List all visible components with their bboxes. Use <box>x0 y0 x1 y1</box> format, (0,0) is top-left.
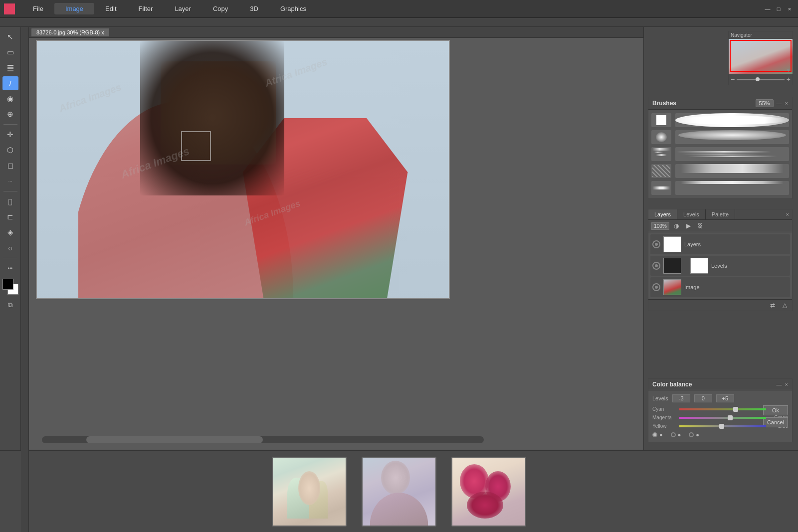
ellipse-tool[interactable]: ○ <box>2 241 18 255</box>
marquee-rect-tool[interactable]: ▭ <box>2 45 18 59</box>
cb-cancel-btn[interactable]: Cancel <box>763 417 788 427</box>
cb-radio-highlights[interactable]: ● <box>689 432 699 438</box>
app-icon <box>4 3 15 14</box>
brush-row-3[interactable] <box>651 147 789 162</box>
cb-radio-shadows[interactable]: ● <box>652 432 663 438</box>
brush-bar-2 <box>675 130 789 144</box>
shape-tool[interactable]: ⌷ <box>2 194 18 208</box>
nav-zoom-slider[interactable] <box>737 79 785 80</box>
brush-tool[interactable]: / <box>2 76 18 90</box>
lasso-tool[interactable]: ⬡ <box>2 143 18 157</box>
layer-link-btn[interactable]: ⛓ <box>695 221 705 230</box>
layer-arrange-btn[interactable]: ⇄ <box>768 301 777 309</box>
nav-slider-thumb <box>756 77 760 81</box>
menu-copy[interactable]: Copy <box>202 3 239 14</box>
cb-level-1[interactable] <box>672 394 690 402</box>
zoom-tool[interactable]: ⊕ <box>2 107 18 121</box>
layer-play-btn[interactable]: ▶ <box>683 221 693 230</box>
fill-tool[interactable]: ◉ <box>2 92 18 106</box>
layer-blend-btn[interactable]: ◑ <box>671 221 681 230</box>
cb-minimize-btn[interactable]: — <box>777 381 782 387</box>
layers-close-btn[interactable]: × <box>783 209 792 219</box>
layer-add-btn[interactable]: △ <box>780 301 789 309</box>
menu-edit[interactable]: Edit <box>94 3 127 14</box>
navigator-title: Navigator <box>729 31 793 39</box>
navigator-pin: ▼ <box>786 68 791 73</box>
menu-layer[interactable]: Layer <box>164 3 202 14</box>
brush-row-4[interactable] <box>651 164 789 178</box>
zoom-in-btn[interactable]: + <box>787 75 791 83</box>
cb-levels-row: Levels <box>652 394 788 402</box>
cb-cyan-red-thumb[interactable] <box>733 407 738 412</box>
cb-close-btn[interactable]: × <box>785 381 788 387</box>
brush-leaf-icon <box>652 165 670 177</box>
filmstrip-thumb-3[interactable] <box>451 457 526 527</box>
brush-row-2[interactable] <box>651 130 789 145</box>
canvas[interactable]: Africa Images Africa Images Africa Image… <box>36 40 450 299</box>
filmstrip-thumb-1[interactable] <box>272 457 347 527</box>
document-tab[interactable]: 83726-0.jpg 30% (RGB-8) x <box>31 28 110 36</box>
maximize-btn[interactable]: □ <box>774 5 783 12</box>
layers-tool[interactable] <box>2 61 18 75</box>
selection-tool[interactable]: ↖ <box>2 30 18 44</box>
layers-tabs: Layers Levels Palette × <box>648 209 792 220</box>
svg-rect-1 <box>7 67 13 69</box>
cb-level-3[interactable] <box>716 394 734 402</box>
canvas-scrollbar[interactable] <box>42 436 484 443</box>
brush-opacity[interactable]: 55% <box>756 99 774 107</box>
cb-radio-midtones[interactable]: ● <box>671 432 681 438</box>
brush-preview-4 <box>651 164 671 178</box>
filmstrip-thumb-2[interactable] <box>362 457 436 527</box>
brush-preview-3 <box>651 147 671 161</box>
more-tools[interactable]: ••• <box>2 261 18 275</box>
stamp-tool[interactable]: ◈ <box>2 225 18 239</box>
scrollbar-thumb[interactable] <box>86 436 263 443</box>
move-tool[interactable]: ✛ <box>2 128 18 142</box>
cb-level-2[interactable] <box>694 394 712 402</box>
fg-color-swatch[interactable] <box>2 279 13 290</box>
cb-yellow-blue-track[interactable] <box>679 425 766 427</box>
brush-circle-icon <box>656 115 666 125</box>
navigator-thumb: ▼ <box>729 39 793 74</box>
eraser-tool[interactable]: ◻ <box>2 159 18 173</box>
minimize-btn[interactable]: — <box>763 5 772 12</box>
menu-3d[interactable]: 3D <box>239 3 269 14</box>
dotted-tool[interactable]: ··· <box>2 174 18 188</box>
cb-ok-btn[interactable]: Ok <box>763 405 788 415</box>
cb-yellow-blue-thumb[interactable] <box>719 424 724 429</box>
layer-eye-3[interactable] <box>652 283 660 291</box>
layer-rect-tool[interactable]: ⧉ <box>2 298 18 312</box>
close-btn[interactable]: × <box>785 5 794 12</box>
cb-cyan-red-track[interactable] <box>679 408 766 410</box>
zoom-out-btn[interactable]: − <box>731 75 735 83</box>
layer-row-3[interactable]: Image <box>650 277 790 297</box>
brush-row-1[interactable] <box>651 113 789 128</box>
layer-thumb-3 <box>663 279 681 295</box>
layers-toolbar: 100% ◑ ▶ ⛓ <box>648 220 792 232</box>
brushes-minimize-btn[interactable]: — <box>777 100 782 106</box>
cb-magenta-label: Magenta <box>652 415 677 420</box>
cb-radio-highlights-label: ● <box>696 432 699 438</box>
menu-filter[interactable]: Filter <box>128 3 164 14</box>
window-controls: — □ × <box>763 5 794 12</box>
layer-name-2: Levels <box>711 263 727 269</box>
opacity-input[interactable]: 100% <box>651 222 669 230</box>
menu-file[interactable]: File <box>22 3 54 14</box>
layer-eye-1[interactable] <box>652 240 660 248</box>
menu-image[interactable]: Image <box>54 3 94 14</box>
layer-row-1[interactable]: Layers <box>650 234 790 254</box>
tab-layers[interactable]: Layers <box>648 209 677 219</box>
cb-magenta-green-thumb[interactable] <box>728 415 733 420</box>
brushes-close-btn[interactable]: × <box>785 100 788 106</box>
brush-row-5[interactable] <box>651 180 789 195</box>
crop-tool[interactable]: ⊏ <box>2 210 18 224</box>
brush-preview-1 <box>651 113 671 127</box>
navigator-red-box <box>730 40 792 72</box>
tab-palette[interactable]: Palette <box>706 209 735 219</box>
layer-row-2[interactable]: Levels <box>650 256 790 276</box>
cb-magenta-green-track[interactable] <box>679 417 766 419</box>
colorbalance-panel: Color balance — × Levels Ok Cancel <box>648 378 793 442</box>
layer-eye-2[interactable] <box>652 262 660 270</box>
tab-levels[interactable]: Levels <box>677 209 706 219</box>
menu-graphics[interactable]: Graphics <box>269 3 317 14</box>
